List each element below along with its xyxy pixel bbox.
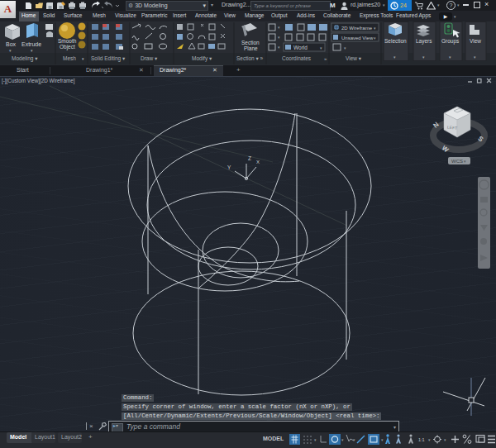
- svg-text:View ▾: View ▾: [346, 55, 362, 61]
- svg-text:▾: ▾: [9, 48, 12, 53]
- svg-text:▾: ▾: [428, 437, 431, 442]
- svg-text:1:1: 1:1: [418, 437, 425, 442]
- svg-text:Plane: Plane: [244, 45, 258, 51]
- svg-text:Section ▾ »: Section ▾ »: [236, 55, 264, 61]
- svg-text:Selection: Selection: [384, 38, 407, 44]
- svg-text:▾: ▾: [381, 437, 384, 442]
- svg-text:▾: ▾: [314, 437, 317, 442]
- svg-text:Box: Box: [6, 41, 17, 47]
- svg-text:Groups: Groups: [441, 38, 460, 45]
- svg-text:Object: Object: [60, 44, 75, 50]
- svg-text:X: X: [256, 160, 260, 164]
- svg-text:Smooth: Smooth: [58, 38, 77, 44]
- svg-text:Extrude: Extrude: [21, 41, 41, 47]
- svg-text:▾: ▾: [278, 45, 280, 50]
- svg-text:Y: Y: [227, 164, 231, 170]
- svg-text:Layers: Layers: [416, 38, 432, 45]
- svg-text:▾: ▾: [278, 25, 280, 30]
- svg-text:Draw ▾: Draw ▾: [141, 55, 158, 61]
- svg-text:LEFT: LEFT: [447, 125, 458, 131]
- svg-text:Section: Section: [241, 40, 260, 45]
- svg-text:▾: ▾: [31, 48, 33, 53]
- svg-text:2D Wireframe: 2D Wireframe: [341, 26, 373, 31]
- svg-text:Z: Z: [248, 155, 251, 161]
- svg-text:▾: ▾: [341, 437, 344, 442]
- svg-text:Unsaved View: Unsaved View: [341, 36, 374, 41]
- svg-text:▾: ▾: [353, 437, 355, 442]
- svg-text:Mesh: Mesh: [63, 55, 76, 61]
- svg-text:Solid Editing ▾: Solid Editing ▾: [91, 55, 126, 62]
- svg-text:▾: ▾: [278, 35, 280, 40]
- svg-text:Modify ▾: Modify ▾: [192, 55, 212, 62]
- svg-text:▾: ▾: [344, 45, 346, 50]
- svg-text:View: View: [470, 38, 481, 44]
- svg-text:Coordinates: Coordinates: [282, 55, 312, 61]
- svg-text:World: World: [293, 45, 308, 50]
- svg-text:WCS: WCS: [451, 159, 463, 164]
- svg-text:▾: ▾: [444, 437, 446, 442]
- svg-text:Modeling ▾: Modeling ▾: [12, 55, 38, 62]
